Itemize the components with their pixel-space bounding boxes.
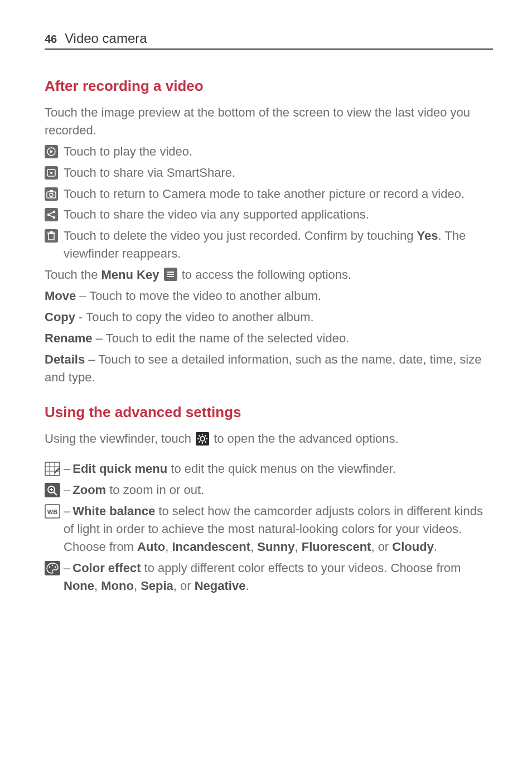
- color-none: None: [64, 579, 94, 593]
- list-item: Touch to return to Camera mode to take a…: [45, 185, 493, 203]
- edit-label: Edit quick menu: [72, 462, 167, 476]
- zoom-label: Zoom: [72, 483, 106, 497]
- gear-icon: [196, 432, 209, 446]
- svg-point-11: [53, 211, 55, 213]
- edit-desc: to edit the quick menus on the viewfinde…: [167, 462, 396, 476]
- intro-pre: Using the viewfinder, touch: [45, 432, 195, 446]
- delete-text: Touch to delete the video you just recor…: [64, 227, 493, 263]
- edit-menu-icon: [45, 462, 60, 476]
- option-move: Move – Touch to move the video to anothe…: [45, 287, 493, 305]
- intro-post: to open the the advanced options.: [210, 432, 399, 446]
- play-text: Touch to play the video.: [64, 143, 493, 161]
- list-item: Touch to share via SmartShare.: [45, 164, 493, 182]
- intro-text: Touch the image preview at the bottom of…: [45, 104, 493, 139]
- sep-or: , or: [173, 579, 195, 593]
- wb-fluor: Fluorescent: [302, 540, 371, 554]
- dash: –: [64, 483, 70, 497]
- svg-rect-18: [50, 231, 53, 233]
- share-text: Touch to share the video via any support…: [64, 206, 493, 224]
- details-label: Details: [45, 352, 85, 366]
- color-label: Color effect: [72, 561, 141, 575]
- svg-rect-38: [45, 483, 60, 497]
- color-text: –Color effect to apply different color e…: [64, 559, 493, 595]
- sep: ,: [165, 540, 172, 554]
- dash: –: [64, 504, 70, 518]
- list-item: –Color effect to apply different color e…: [45, 559, 493, 595]
- edit-text: –Edit quick menu to edit the quick menus…: [64, 460, 493, 478]
- smartshare-icon: [45, 166, 58, 180]
- sep: ,: [134, 579, 141, 593]
- chapter-title: Video camera: [65, 31, 147, 46]
- sep: ,: [250, 540, 257, 554]
- delete-yes: Yes: [417, 229, 438, 243]
- section-heading-advanced-settings: Using the advanced settings: [45, 404, 493, 421]
- copy-label: Copy: [45, 310, 75, 324]
- svg-point-46: [49, 567, 51, 568]
- sep: ,: [94, 579, 101, 593]
- wb-sunny: Sunny: [257, 540, 294, 554]
- sep: ,: [294, 540, 301, 554]
- wb-incand: Incandescent: [172, 540, 250, 554]
- section-heading-after-recording: After recording a video: [45, 78, 493, 95]
- color-mono: Mono: [101, 579, 134, 593]
- option-rename: Rename – Touch to edit the name of the s…: [45, 330, 493, 347]
- advanced-intro: Using the viewfinder, touch to open the …: [45, 430, 493, 448]
- color-desc1: to apply different color effects to your…: [141, 561, 461, 575]
- sep-or: , or: [371, 540, 392, 554]
- svg-rect-17: [47, 233, 55, 234]
- delete-pre: Touch to delete the video you just recor…: [64, 229, 417, 243]
- zoom-desc: to zoom in or out.: [106, 483, 204, 497]
- svg-point-4: [50, 172, 52, 174]
- menu-post: to access the following options.: [182, 268, 352, 282]
- rename-text: – Touch to edit the name of the selected…: [93, 331, 350, 345]
- rename-label: Rename: [45, 331, 93, 345]
- wb-text: –White balance to select how the camcord…: [64, 502, 493, 556]
- svg-rect-8: [50, 190, 53, 192]
- move-label: Move: [45, 289, 76, 303]
- list-item: Touch to delete the video you just recor…: [45, 227, 493, 263]
- copy-text: - Touch to copy the video to another alb…: [75, 310, 314, 324]
- svg-point-12: [53, 216, 55, 219]
- svg-point-48: [55, 567, 56, 568]
- color-negative: Negative: [195, 579, 246, 593]
- wb-cloudy: Cloudy: [392, 540, 434, 554]
- option-details: Details – Touch to see a detailed inform…: [45, 351, 493, 386]
- page-number: 46: [45, 33, 65, 46]
- camera-text: Touch to return to Camera mode to take a…: [64, 185, 493, 203]
- svg-rect-9: [45, 208, 58, 221]
- svg-text:WB: WB: [47, 509, 57, 515]
- details-text: – Touch to see a detailed information, s…: [45, 352, 482, 384]
- play-icon: [45, 145, 58, 158]
- trash-icon: [45, 229, 58, 243]
- svg-point-47: [52, 565, 54, 567]
- menu-key-label: Menu Key: [101, 268, 159, 282]
- list-item: –Edit quick menu to edit the quick menus…: [45, 460, 493, 478]
- option-copy: Copy - Touch to copy the video to anothe…: [45, 308, 493, 326]
- list-item: Touch to share the video via any support…: [45, 206, 493, 224]
- share-icon: [45, 208, 58, 221]
- menu-line: Touch the Menu Key to access the followi…: [45, 266, 493, 284]
- camera-icon: [45, 187, 58, 201]
- wb-auto: Auto: [137, 540, 165, 554]
- zoom-text: –Zoom to zoom in or out.: [64, 481, 493, 499]
- period: .: [434, 540, 437, 554]
- list-item: Touch to play the video.: [45, 143, 493, 161]
- menu-pre: Touch the: [45, 268, 101, 282]
- dash: –: [64, 561, 70, 575]
- color-sepia: Sepia: [141, 579, 173, 593]
- document-page: 46 Video camera After recording a video …: [0, 0, 532, 632]
- list-item: WB –White balance to select how the camc…: [45, 502, 493, 556]
- move-text: – Touch to move the video to another alb…: [76, 289, 321, 303]
- page-header: 46 Video camera: [45, 31, 493, 50]
- list-item: –Zoom to zoom in or out.: [45, 481, 493, 499]
- white-balance-icon: WB: [45, 504, 60, 519]
- smartshare-text: Touch to share via SmartShare.: [64, 164, 493, 182]
- menu-key-icon: [164, 268, 177, 281]
- svg-rect-15: [45, 229, 58, 243]
- wb-label: White balance: [72, 504, 155, 518]
- color-effect-icon: [45, 561, 60, 575]
- zoom-icon: [45, 483, 60, 497]
- dash: –: [64, 462, 70, 476]
- period: .: [245, 579, 249, 593]
